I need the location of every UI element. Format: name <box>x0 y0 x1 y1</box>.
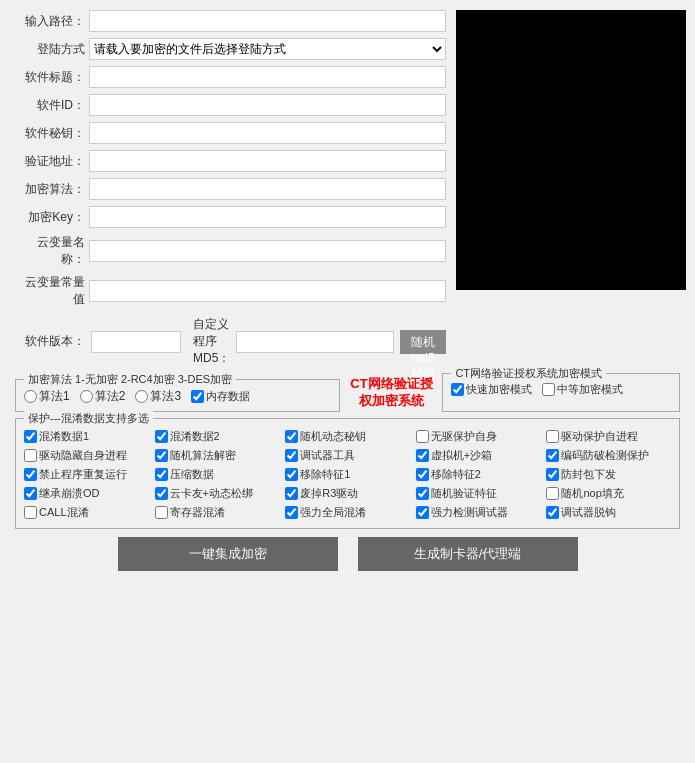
protect-item-24[interactable]: 调试器脱钩 <box>546 505 671 520</box>
protect-item-0[interactable]: 混淆数据1 <box>24 429 149 444</box>
protect-item-5[interactable]: 驱动隐藏自身进程 <box>24 448 149 463</box>
protect-item-6[interactable]: 随机算法解密 <box>155 448 280 463</box>
protect-item-20[interactable]: CALL混淆 <box>24 505 149 520</box>
protect-item-3[interactable]: 无驱保护自身 <box>416 429 541 444</box>
software-key-label: 软件秘钥： <box>15 125 85 142</box>
protect-item-9[interactable]: 编码防破检测保护 <box>546 448 671 463</box>
protect-item-17[interactable]: 废掉R3驱动 <box>285 486 410 501</box>
protect-item-15[interactable]: 继承崩溃OD <box>24 486 149 501</box>
fast-mode-check[interactable]: 快速加密模式 <box>451 382 532 397</box>
input-path-label: 输入路径： <box>15 13 85 30</box>
random-md5-button[interactable]: 随机md5秘钥 <box>400 330 445 354</box>
custom-md5-label: 自定义程序MD5： <box>193 316 230 367</box>
input-path-field[interactable] <box>89 10 446 32</box>
software-version-label: 软件版本： <box>15 333 85 350</box>
preview-panel <box>456 10 686 290</box>
software-id-field[interactable] <box>89 94 446 116</box>
software-version-field[interactable] <box>91 331 181 353</box>
protect-item-8[interactable]: 虚拟机+沙箱 <box>416 448 541 463</box>
protect-item-23[interactable]: 强力检测调试器 <box>416 505 541 520</box>
one-click-encrypt-button[interactable]: 一键集成加密 <box>118 537 338 571</box>
protect-item-11[interactable]: 压缩数据 <box>155 467 280 482</box>
cloud-var-name-field[interactable] <box>89 240 446 262</box>
login-method-label: 登陆方式 <box>15 41 85 58</box>
mid-mode-check[interactable]: 中等加密模式 <box>542 382 623 397</box>
encrypt-key-field[interactable] <box>89 206 446 228</box>
protect-item-1[interactable]: 混淆数据2 <box>155 429 280 444</box>
protect-item-13[interactable]: 移除特征2 <box>416 467 541 482</box>
ct-main-label: CT网络验证授权加密系统 <box>346 376 436 410</box>
protect-item-2[interactable]: 随机动态秘钥 <box>285 429 410 444</box>
protect-item-14[interactable]: 防封包下发 <box>546 467 671 482</box>
generate-card-button[interactable]: 生成制卡器/代理端 <box>358 537 578 571</box>
cloud-var-val-label: 云变量常量值 <box>15 274 85 308</box>
protect-item-16[interactable]: 云卡友+动态松绑 <box>155 486 280 501</box>
protect-item-18[interactable]: 随机验证特征 <box>416 486 541 501</box>
protect-item-22[interactable]: 强力全局混淆 <box>285 505 410 520</box>
custom-md5-field[interactable] <box>236 331 394 353</box>
protect-item-10[interactable]: 禁止程序重复运行 <box>24 467 149 482</box>
encrypt-algo-field[interactable] <box>89 178 446 200</box>
login-method-select[interactable]: 请载入要加密的文件后选择登陆方式 <box>89 38 446 60</box>
software-title-field[interactable] <box>89 66 446 88</box>
verify-addr-label: 验证地址： <box>15 153 85 170</box>
protect-legend: 保护---混淆数据支持多选 <box>24 411 153 426</box>
encrypt-key-label: 加密Key： <box>15 209 85 226</box>
protect-item-19[interactable]: 随机nop填充 <box>546 486 671 501</box>
algo-legend: 加密算法 1-无加密 2-RC4加密 3-DES加密 <box>24 372 236 387</box>
software-title-label: 软件标题： <box>15 69 85 86</box>
cloud-var-name-label: 云变量名称： <box>15 234 85 268</box>
encrypt-algo-label: 加密算法： <box>15 181 85 198</box>
protect-item-7[interactable]: 调试器工具 <box>285 448 410 463</box>
verify-addr-field[interactable] <box>89 150 446 172</box>
algo1-radio[interactable]: 算法1 <box>24 388 70 405</box>
protect-item-21[interactable]: 寄存器混淆 <box>155 505 280 520</box>
cloud-var-val-field[interactable] <box>89 280 446 302</box>
mem-data-check[interactable]: 内存数据 <box>191 389 250 404</box>
software-key-field[interactable] <box>89 122 446 144</box>
software-id-label: 软件ID： <box>15 97 85 114</box>
ct-legend: CT网络验证授权系统加密模式 <box>451 366 606 381</box>
algo2-radio[interactable]: 算法2 <box>80 388 126 405</box>
protect-item-12[interactable]: 移除特征1 <box>285 467 410 482</box>
algo3-radio[interactable]: 算法3 <box>135 388 181 405</box>
protect-item-4[interactable]: 驱动保护自进程 <box>546 429 671 444</box>
